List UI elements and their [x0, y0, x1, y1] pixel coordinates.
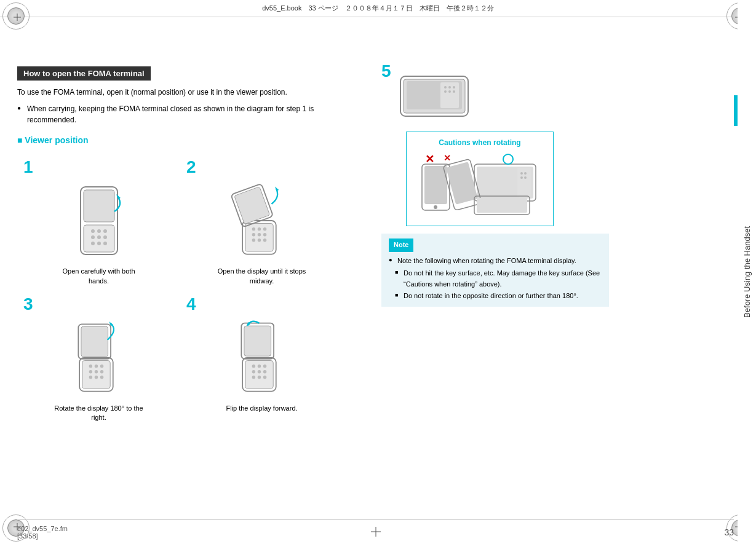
svg-point-18 — [97, 242, 101, 245]
svg-point-40 — [89, 370, 92, 373]
step-3-diagram — [68, 318, 130, 398]
svg-point-43 — [89, 376, 92, 379]
step-3: 3 — [17, 291, 180, 428]
step-1: 1 — [17, 154, 180, 291]
svg-point-19 — [103, 242, 107, 245]
step-2-number: 2 — [186, 159, 196, 176]
svg-point-37 — [89, 365, 92, 368]
svg-rect-74 — [424, 166, 447, 204]
cautions-title: Cautions when rotating — [413, 138, 547, 147]
svg-point-24 — [257, 227, 260, 231]
svg-point-81 — [524, 172, 527, 175]
footer-left: e02_dv55_7e.fm [33/58] — [17, 525, 68, 540]
page-number: 33 — [724, 527, 734, 537]
steps-grid: 1 — [17, 154, 343, 428]
cautions-box: Cautions when rotating ✕ — [406, 132, 554, 226]
viewer-position-heading: Viewer position — [17, 135, 734, 145]
svg-point-26 — [252, 233, 255, 236]
svg-point-42 — [100, 370, 103, 373]
svg-rect-61 — [244, 326, 271, 356]
svg-point-45 — [100, 376, 103, 379]
svg-point-83 — [524, 176, 527, 179]
svg-point-54 — [252, 370, 255, 373]
step-2: 2 — [180, 154, 343, 291]
svg-point-69 — [453, 86, 455, 89]
note-box: Note ● Note the following when rotating … — [381, 234, 609, 307]
svg-point-16 — [103, 235, 107, 239]
svg-point-39 — [100, 365, 103, 368]
sidebar-label: Before Using the Handset — [738, 0, 756, 544]
step-4-number: 4 — [186, 296, 196, 313]
svg-point-52 — [257, 365, 260, 368]
bullet-text: When carrying, keeping the FOMA terminal… — [17, 103, 343, 125]
svg-point-71 — [448, 90, 451, 93]
cautions-illustration: ✕ ✕ — [413, 152, 547, 219]
step-3-caption: Rotate the display 180° to the right. — [53, 404, 145, 423]
svg-rect-47 — [81, 326, 108, 357]
svg-rect-89 — [477, 198, 527, 213]
main-content: How to open the FOMA terminal To use the… — [17, 17, 734, 519]
svg-point-23 — [252, 227, 255, 231]
step-2-caption: Open the display until it stops midway. — [216, 267, 308, 286]
svg-point-25 — [263, 227, 266, 231]
note-bullet-1: ● Note the following when rotating the F… — [389, 256, 602, 267]
svg-point-51 — [252, 365, 255, 368]
step-2-diagram — [231, 181, 293, 261]
svg-point-17 — [91, 242, 95, 245]
svg-point-38 — [94, 365, 97, 368]
step-4-caption: Flip the display forward. — [226, 404, 297, 413]
svg-point-84 — [503, 154, 513, 164]
svg-point-56 — [263, 370, 266, 373]
footer-pages: [33/58] — [17, 532, 38, 540]
svg-point-15 — [97, 235, 101, 239]
sidebar-text: Before Using the Handset — [742, 226, 752, 318]
svg-point-31 — [263, 238, 266, 242]
svg-point-75 — [434, 205, 437, 209]
note-sub-2: ■ Do not rotate in the opposite directio… — [389, 291, 602, 302]
step-1-number: 1 — [23, 159, 33, 176]
svg-point-68 — [448, 86, 451, 89]
step-5-phone — [397, 64, 471, 125]
svg-point-70 — [444, 90, 447, 93]
step-4-diagram — [231, 318, 293, 398]
svg-text:✕: ✕ — [444, 153, 451, 163]
svg-point-82 — [520, 176, 523, 179]
svg-point-59 — [263, 376, 266, 379]
svg-point-72 — [453, 90, 455, 93]
svg-point-28 — [263, 233, 266, 236]
svg-rect-79 — [517, 168, 531, 197]
svg-point-53 — [263, 365, 266, 368]
svg-point-44 — [94, 376, 97, 379]
svg-point-11 — [91, 229, 95, 233]
note-title: Note — [389, 238, 413, 252]
footer-crosshair — [371, 527, 381, 537]
svg-point-41 — [94, 370, 97, 373]
svg-point-30 — [257, 238, 260, 242]
step-5-number: 5 — [381, 61, 391, 81]
svg-text:✕: ✕ — [425, 153, 434, 165]
svg-rect-86 — [446, 162, 478, 204]
note-sub-1: ■ Do not hit the key surface, etc. May d… — [389, 268, 602, 290]
page-header: dv55_E.book 33 ページ ２００８年４月１７日 木曜日 午後２時１２… — [0, 0, 756, 17]
right-panel: 5 Cautions when rotating — [381, 61, 615, 307]
header-text: dv55_E.book 33 ページ ２００８年４月１７日 木曜日 午後２時１２… — [262, 4, 494, 13]
step-4: 4 — [180, 291, 343, 428]
svg-point-80 — [520, 172, 523, 175]
section-title: How to open the FOMA terminal — [17, 66, 151, 81]
svg-point-14 — [91, 235, 95, 239]
svg-rect-9 — [84, 190, 114, 222]
intro-text: To use the FOMA terminal, open it (norma… — [17, 87, 343, 98]
page-footer: e02_dv55_7e.fm [33/58] 33 — [17, 519, 734, 544]
svg-point-55 — [257, 370, 260, 373]
step-5-row: 5 — [381, 61, 615, 125]
svg-marker-34 — [274, 187, 278, 191]
svg-point-29 — [252, 238, 255, 242]
svg-point-12 — [97, 229, 101, 233]
step-1-caption: Open carefully with both hands. — [53, 267, 145, 286]
svg-point-58 — [257, 376, 260, 379]
svg-point-13 — [103, 229, 107, 233]
step-3-number: 3 — [23, 296, 33, 313]
svg-point-27 — [257, 233, 260, 236]
step-1-diagram — [68, 181, 130, 261]
svg-point-67 — [444, 86, 447, 89]
